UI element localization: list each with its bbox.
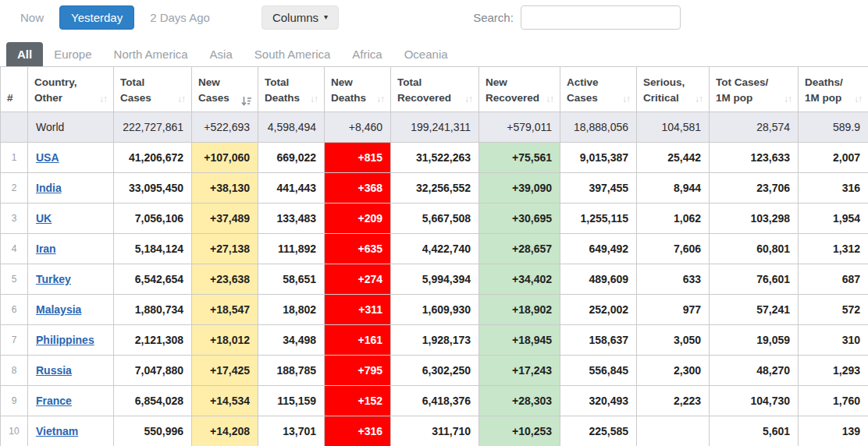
country-link[interactable]: Russia — [36, 364, 72, 377]
rank-cell: 5 — [1, 264, 28, 295]
new-deaths-cell: +161 — [325, 325, 391, 356]
country-link[interactable]: Turkey — [36, 273, 71, 285]
active-cases-cell: 1,255,115 — [560, 204, 637, 234]
yesterday-button[interactable]: Yesterday — [59, 5, 134, 30]
caret-down-icon: ▾ — [324, 13, 328, 21]
header-active-cases[interactable]: Active Cases ↓↑ — [560, 67, 637, 112]
deaths-per-1m-cell: 1,293 — [799, 356, 868, 386]
world-cases-per-1m: 28,574 — [710, 112, 799, 143]
new-deaths-cell: +795 — [325, 356, 391, 386]
header-total-recovered[interactable]: Total Recovered ↓↑ — [391, 67, 479, 112]
total-cases-cell: 33,095,450 — [114, 173, 192, 204]
tab-all[interactable]: All — [6, 42, 43, 66]
cases-per-1m-cell: 19,059 — [710, 325, 799, 356]
search-group: Search: — [473, 5, 681, 30]
tab-asia[interactable]: Asia — [199, 42, 244, 66]
tab-north-america[interactable]: North America — [103, 42, 199, 66]
rank-cell: 10 — [1, 416, 28, 446]
country-link[interactable]: UK — [36, 212, 52, 225]
world-active-cases: 18,888,056 — [560, 112, 637, 143]
deaths-per-1m-cell: 1,954 — [799, 204, 868, 234]
table-row: 1 USA 41,206,672 +107,060 669,022 +815 3… — [1, 143, 868, 173]
header-cases-per-1m[interactable]: Tot Cases/ 1M pop ↓↑ — [710, 67, 799, 112]
new-deaths-cell: +635 — [325, 234, 391, 264]
new-cases-cell: +38,130 — [192, 173, 258, 204]
sort-icon: ↓↑ — [310, 92, 318, 106]
now-button[interactable]: Now — [12, 6, 52, 29]
total-deaths-cell: 441,443 — [258, 173, 325, 204]
new-cases-cell: +18,012 — [192, 325, 258, 356]
header-new-deaths[interactable]: New Deaths ↓↑ — [325, 67, 391, 112]
total-recovered-cell: 1,928,173 — [391, 325, 479, 356]
tab-europe[interactable]: Europe — [43, 42, 102, 66]
world-deaths-per-1m: 589.9 — [799, 112, 868, 143]
total-deaths-cell: 111,892 — [258, 234, 325, 264]
cases-per-1m-cell: 5,601 — [710, 416, 799, 446]
active-cases-cell: 9,015,387 — [560, 143, 637, 173]
sort-icon: ↓↑ — [99, 92, 107, 106]
header-rank[interactable]: # — [1, 67, 28, 112]
rank-cell: 8 — [1, 356, 28, 386]
serious-critical-cell: 633 — [637, 264, 710, 295]
search-input[interactable] — [521, 5, 681, 30]
total-recovered-cell: 311,710 — [391, 416, 479, 446]
header-country[interactable]: Country, Other ↓↑ — [28, 67, 114, 112]
sort-icon: ↓↑ — [177, 92, 185, 106]
table-row: 9 France 6,854,028 +14,534 115,159 +152 … — [1, 386, 868, 416]
total-recovered-cell: 6,302,250 — [391, 356, 479, 386]
tab-oceania[interactable]: Oceania — [393, 42, 459, 66]
cases-per-1m-cell: 60,801 — [710, 234, 799, 264]
new-deaths-cell: +274 — [325, 264, 391, 295]
country-link[interactable]: India — [36, 182, 62, 194]
active-cases-cell: 489,609 — [560, 264, 637, 295]
world-serious-critical: 104,581 — [637, 112, 710, 143]
total-cases-cell: 6,854,028 — [114, 386, 192, 416]
header-deaths-per-1m[interactable]: Deaths/ 1M pop ↓↑ — [799, 67, 868, 112]
country-link[interactable]: Iran — [36, 242, 56, 255]
country-link[interactable]: Malaysia — [36, 303, 81, 316]
cases-per-1m-cell: 103,298 — [710, 204, 799, 234]
new-recovered-cell: +28,657 — [479, 234, 560, 264]
new-cases-cell: +17,425 — [192, 356, 258, 386]
country-link[interactable]: Vietnam — [36, 425, 78, 437]
serious-critical-cell — [637, 416, 710, 446]
tab-africa[interactable]: Africa — [341, 42, 393, 66]
active-cases-cell: 397,455 — [560, 173, 637, 204]
header-new-cases[interactable]: New Cases — [192, 67, 258, 112]
table-row: 8 Russia 7,047,880 +17,425 188,785 +795 … — [1, 356, 868, 386]
world-label: World — [28, 112, 114, 143]
world-new-deaths: +8,460 — [325, 112, 391, 143]
deaths-per-1m-cell: 310 — [799, 325, 868, 356]
serious-critical-cell: 3,050 — [637, 325, 710, 356]
total-recovered-cell: 6,418,376 — [391, 386, 479, 416]
rank-cell: 6 — [1, 295, 28, 325]
two-days-ago-button[interactable]: 2 Days Ago — [142, 6, 218, 29]
cases-per-1m-cell: 123,633 — [710, 143, 799, 173]
rank-cell: 2 — [1, 173, 28, 204]
new-deaths-cell: +311 — [325, 295, 391, 325]
total-cases-cell: 550,996 — [114, 416, 192, 446]
new-recovered-cell: +34,402 — [479, 264, 560, 295]
rank-cell: 9 — [1, 386, 28, 416]
deaths-per-1m-cell: 1,760 — [799, 386, 868, 416]
country-link[interactable]: USA — [36, 151, 59, 164]
cases-per-1m-cell: 57,241 — [710, 295, 799, 325]
table-row: 3 UK 7,056,106 +37,489 133,483 +209 5,66… — [1, 204, 868, 234]
new-recovered-cell: +28,303 — [479, 386, 560, 416]
new-recovered-cell: +75,561 — [479, 143, 560, 173]
serious-critical-cell: 2,300 — [637, 356, 710, 386]
total-deaths-cell: 34,498 — [258, 325, 325, 356]
tab-south-america[interactable]: South America — [244, 42, 342, 66]
total-deaths-cell: 669,022 — [258, 143, 325, 173]
active-cases-cell: 320,493 — [560, 386, 637, 416]
header-total-deaths[interactable]: Total Deaths ↓↑ — [258, 67, 325, 112]
header-serious-critical[interactable]: Serious, Critical ↓↑ — [637, 67, 710, 112]
country-link[interactable]: France — [36, 395, 72, 407]
columns-dropdown-button[interactable]: Columns ▾ — [261, 5, 339, 30]
header-total-cases[interactable]: Total Cases ↓↑ — [114, 67, 192, 112]
new-recovered-cell: +18,945 — [479, 325, 560, 356]
serious-critical-cell: 25,442 — [637, 143, 710, 173]
header-new-recovered[interactable]: New Recovered ↓↑ — [479, 67, 560, 112]
total-recovered-cell: 32,256,552 — [391, 173, 479, 204]
country-link[interactable]: Philippines — [36, 334, 94, 346]
